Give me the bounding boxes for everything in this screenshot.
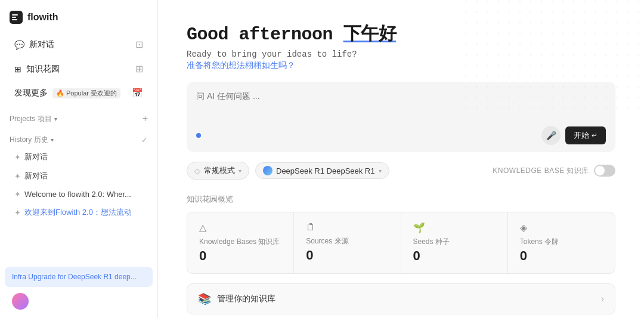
logo-area: flowith bbox=[0, 0, 157, 32]
greeting-subtitle-cn: 准备将您的想法栩栩如生吗？ bbox=[187, 60, 615, 71]
sidebar-item-new-chat[interactable]: 💬 新对话 ⊡ bbox=[5, 33, 153, 56]
sparkle-icon: ✦ bbox=[14, 153, 21, 162]
knowledge-garden-action-icon: ⊞ bbox=[135, 63, 143, 75]
kg-card-label-tokens: Tokens 令牌 bbox=[520, 237, 559, 247]
history-label-toggle[interactable]: History 历史 ▾ bbox=[10, 135, 54, 145]
projects-add-button[interactable]: + bbox=[143, 113, 148, 124]
library-icon: 📚 bbox=[198, 292, 211, 305]
history-section-header: History 历史 ▾ ✓ bbox=[0, 130, 157, 147]
kg-card-label-knowledge-bases: Knowledge Bases 知识库 bbox=[199, 237, 280, 247]
history-check-button[interactable]: ✓ bbox=[141, 135, 148, 144]
triangle-icon: △ bbox=[199, 222, 206, 233]
chat-input[interactable] bbox=[196, 91, 606, 121]
user-avatar-row bbox=[5, 287, 153, 312]
knowledge-garden-label: 知识花园 bbox=[26, 64, 60, 75]
new-chat-action-icon: ⊡ bbox=[135, 39, 143, 50]
history-chevron-icon: ▾ bbox=[51, 137, 54, 143]
popular-badge: 🔥 Popular 受欢迎的 bbox=[52, 88, 120, 98]
calendar-icon: 📅 bbox=[132, 88, 143, 98]
kg-card-label-sources: Sources 来源 bbox=[306, 236, 348, 246]
kg-card-seeds[interactable]: 🌱 Seeds 种子 0 bbox=[401, 212, 508, 273]
sparkle-icon: ✦ bbox=[14, 208, 21, 217]
mic-button[interactable]: 🎤 bbox=[541, 126, 561, 145]
kg-card-value-tokens: 0 bbox=[520, 248, 527, 264]
blue-dot-indicator bbox=[196, 133, 201, 138]
diamond-icon: ◇ bbox=[194, 166, 200, 175]
kg-card-label-seeds: Seeds 种子 bbox=[413, 237, 450, 247]
normal-mode-button[interactable]: ◇ 常规模式 ▾ bbox=[187, 162, 249, 180]
sparkle-icon: ✦ bbox=[14, 190, 21, 199]
avatar bbox=[12, 293, 29, 310]
greeting-cn: 下午好 bbox=[343, 24, 397, 45]
history-item-label: 欢迎来到Flowith 2.0：想法流动 bbox=[24, 207, 132, 218]
kg-cards-grid: △ Knowledge Bases 知识库 0 🗒 Sources 来源 0 🌱… bbox=[187, 212, 615, 274]
kg-card-sources[interactable]: 🗒 Sources 来源 0 bbox=[294, 212, 401, 273]
kg-card-value-knowledge-bases: 0 bbox=[199, 248, 206, 264]
projects-section-header: Projects 项目 ▾ + bbox=[0, 109, 157, 126]
main-content: Good afternoon 下午好 Ready to bring your i… bbox=[158, 0, 644, 318]
chat-input-actions: 🎤 开始 ↵ bbox=[196, 126, 606, 145]
deepseek-mode-button[interactable]: DeepSeek R1 DeepSeek R1 ▾ bbox=[255, 162, 389, 179]
knowledge-garden-section: 知识花园概览 △ Knowledge Bases 知识库 0 🗒 Sources… bbox=[187, 194, 615, 274]
history-item-label: 新对话 bbox=[24, 152, 48, 162]
enter-icon: ↵ bbox=[592, 131, 597, 140]
deepseek-icon bbox=[263, 166, 273, 175]
knowledge-base-toggle-switch[interactable] bbox=[594, 165, 615, 177]
chevron-right-icon: › bbox=[601, 294, 604, 304]
history-item-label: Welcome to flowith 2.0: Wher... bbox=[24, 190, 131, 199]
list-item[interactable]: ✦ 新对话 bbox=[5, 148, 153, 166]
sidebar-item-knowledge-garden[interactable]: ⊞ 知识花园 ⊞ bbox=[5, 57, 153, 81]
sources-icon: 🗒 bbox=[306, 222, 315, 233]
kg-card-value-sources: 0 bbox=[306, 248, 313, 263]
token-icon: ◈ bbox=[520, 222, 527, 233]
discover-label: 发现更多 bbox=[14, 88, 48, 98]
sidebar-item-discover[interactable]: 发现更多 🔥 Popular 受欢迎的 📅 bbox=[5, 82, 153, 104]
knowledge-base-toggle-row: KNOWLEDGE BASE 知识库 bbox=[493, 165, 615, 177]
kg-card-value-seeds: 0 bbox=[413, 248, 420, 264]
mode-chevron-icon: ▾ bbox=[239, 168, 242, 174]
seeds-icon: 🌱 bbox=[413, 222, 425, 233]
fire-icon: 🔥 bbox=[56, 89, 64, 97]
sparkle-icon: ✦ bbox=[14, 172, 21, 181]
greeting-subtitle-en: Ready to bring your ideas to life? bbox=[187, 50, 615, 59]
main-content-wrapper: Good afternoon 下午好 Ready to bring your i… bbox=[158, 0, 644, 318]
greeting-title: Good afternoon 下午好 bbox=[187, 21, 615, 46]
sidebar-bottom: Infra Upgrade for DeepSeek R1 deep... bbox=[0, 261, 157, 318]
grid-icon: ⊞ bbox=[14, 64, 21, 74]
projects-label-toggle[interactable]: Projects 项目 ▾ bbox=[10, 114, 57, 124]
upgrade-banner[interactable]: Infra Upgrade for DeepSeek R1 deep... bbox=[5, 267, 153, 287]
list-item[interactable]: ✦ 新对话 bbox=[5, 167, 153, 185]
chat-bubble-icon: 💬 bbox=[14, 40, 24, 50]
knowledge-base-toggle-label: KNOWLEDGE BASE 知识库 bbox=[493, 166, 589, 176]
kg-section-title: 知识花园概览 bbox=[187, 194, 615, 205]
mode-selection-row: ◇ 常规模式 ▾ DeepSeek R1 DeepSeek R1 ▾ KNOWL… bbox=[187, 162, 615, 180]
history-label: History 历史 bbox=[10, 135, 48, 145]
deepseek-chevron-icon: ▾ bbox=[379, 168, 382, 174]
logo-text: flowith bbox=[27, 12, 58, 23]
history-item-label: 新对话 bbox=[24, 171, 48, 181]
kg-card-tokens[interactable]: ◈ Tokens 令牌 0 bbox=[508, 212, 615, 273]
list-item[interactable]: ✦ Welcome to flowith 2.0: Wher... bbox=[5, 186, 153, 202]
flowith-logo-icon bbox=[10, 11, 23, 24]
new-chat-label: 新对话 bbox=[29, 39, 54, 50]
manage-knowledge-base-banner[interactable]: 📚 管理你的知识库 › bbox=[187, 283, 615, 314]
kg-card-knowledge-bases[interactable]: △ Knowledge Bases 知识库 0 bbox=[187, 212, 294, 273]
chat-input-box: 🎤 开始 ↵ bbox=[187, 82, 615, 152]
start-button[interactable]: 开始 ↵ bbox=[565, 126, 606, 144]
list-item[interactable]: ✦ 欢迎来到Flowith 2.0：想法流动 bbox=[5, 203, 153, 221]
manage-kb-label: 管理你的知识库 bbox=[217, 294, 275, 304]
projects-chevron-icon: ▾ bbox=[54, 116, 57, 122]
projects-label: Projects 项目 bbox=[10, 114, 52, 124]
sidebar: flowith 💬 新对话 ⊡ ⊞ 知识花园 ⊞ 发现更多 🔥 Popular … bbox=[0, 0, 158, 318]
